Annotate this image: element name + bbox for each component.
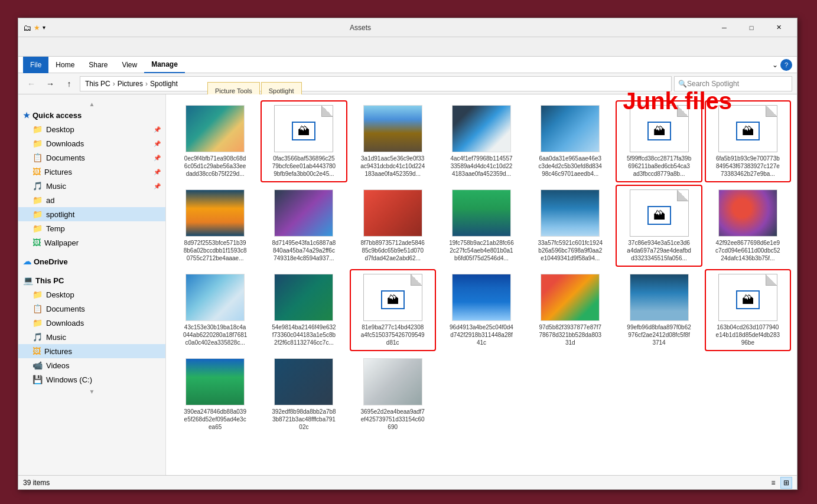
file-item[interactable]: 6aa0da31e965aae46e3c3de4d2c5b30efd8d8349…	[528, 102, 612, 181]
file-thumbnail	[452, 105, 511, 152]
file-item[interactable]: 4ac4f1ef79968b11455733589a4d4dc41c10d224…	[440, 102, 523, 181]
file-item[interactable]: 37c86e934e3a51ce3d6a4da697a729ae4deafbdd…	[617, 186, 701, 266]
path-pc[interactable]: This PC	[85, 80, 110, 88]
file-thumbnail	[718, 105, 777, 152]
sidebar-label-music: Music	[46, 182, 66, 191]
file-item[interactable]: 97d5b82f3937877e87f778678d321bb528da8033…	[528, 270, 612, 350]
file-thumbnail	[185, 274, 245, 321]
sidebar-scroll-up[interactable]: ▲	[18, 99, 165, 109]
file-name: 54e9814ba2146f49e632f73360c044183a1e5c8b…	[271, 323, 336, 346]
file-name: 0fac3566baf536896c2579bcfc6ee01ab4443780…	[271, 155, 336, 178]
file-thumbnail	[541, 189, 600, 237]
tab-manage[interactable]: Manage	[144, 57, 185, 73]
file-name: 43c153e30b19ba18c4a044ab6220280a18f7681c…	[183, 323, 248, 346]
file-item[interactable]: 54e9814ba2146f49e632f73360c044183a1e5c8b…	[262, 270, 346, 350]
file-thumbnail	[630, 274, 689, 321]
file-item[interactable]: 33a57fc5921c601fc1924b26a596bc7698a9f0aa…	[528, 186, 612, 266]
up-button[interactable]: ↑	[61, 76, 77, 92]
sidebar-item-pc-documents[interactable]: 📋 Documents	[18, 302, 165, 316]
sidebar-item-ad[interactable]: 📁 ad	[18, 193, 165, 207]
file-item[interactable]: 5f99ffcd38cc28717fa39b696211ba8ed6cb54ca…	[617, 102, 701, 181]
file-name: 163b04cd263d1077940e14b1d18d85def4db2839…	[715, 323, 780, 346]
sidebar-scroll-down[interactable]: ▼	[18, 387, 165, 396]
file-thumbnail	[363, 274, 422, 321]
sidebar-label-pc-desktop: Desktop	[46, 290, 74, 299]
search-input[interactable]	[687, 80, 788, 88]
tab-file-inner	[21, 40, 44, 56]
sidebar-item-downloads[interactable]: 📁 Downloads 📌	[18, 136, 165, 150]
sidebar-item-quick-access[interactable]: ★ Quick access	[18, 109, 165, 122]
file-item[interactable]: 96d4913a4be25c04f0d4d742f2918b311448a28f…	[440, 270, 523, 350]
file-item[interactable]: 8f7bb89735712ade584685c9b6dc65b9e51d070d…	[351, 186, 435, 266]
pc-icon: 💻	[23, 276, 33, 285]
tab-view[interactable]: View	[115, 57, 144, 73]
sidebar-label-pc-music: Music	[46, 333, 66, 342]
sidebar-item-wallpaper[interactable]: 🖼 Wallpaper	[18, 235, 165, 250]
sidebar-item-spotlight[interactable]: 📁 spotlight	[18, 207, 165, 221]
sidebar-item-pc-videos[interactable]: 📹 Videos	[18, 358, 165, 372]
file-item[interactable]: 99efb96d8bfaa897f0b62976cf2ae2412d08fc5f…	[617, 270, 701, 350]
address-path[interactable]: This PC › Pictures › Spotlight	[80, 76, 672, 91]
search-icon: 🔍	[678, 80, 687, 88]
file-name: 3a1d91aac5e36c9e0f33ac9431dcbdc41c10d224…	[360, 155, 425, 178]
file-item[interactable]: 81e9ba277c14bd42308a4fc5150375426709549d…	[351, 270, 435, 350]
file-thumbnail	[452, 274, 511, 321]
sidebar-item-pc-music[interactable]: 🎵 Music	[18, 330, 165, 344]
sidebar-label-pc-documents: Documents	[46, 305, 85, 313]
sidebar-header-thispc[interactable]: 💻 This PC	[18, 273, 165, 287]
tab-share[interactable]: Share	[82, 57, 115, 73]
file-item[interactable]: 19fc758b9ac21ab28fc662c27fc54aeb4e801b0a…	[440, 186, 523, 266]
file-name: 8d71495e43fa1c6887a8840aa45ba74a29a2ff6c…	[271, 239, 336, 262]
content-area: 0ec9f4bfb71ea908c68d6c05d1c29abe56a33eed…	[166, 94, 797, 475]
file-button[interactable]: File	[23, 57, 48, 73]
view-list-button[interactable]: ≡	[767, 477, 779, 489]
ribbon-expand-icon[interactable]: ⌄	[772, 61, 778, 69]
sidebar-item-pc-pictures[interactable]: 🖼 Pictures	[18, 344, 165, 358]
sidebar-item-documents[interactable]: 📋 Documents 📌	[18, 150, 165, 165]
file-item[interactable]: 3695e2d2ea4beaa9adf7ef425739751d33154c60…	[351, 355, 435, 434]
sidebar-item-desktop[interactable]: 📁 Desktop 📌	[18, 122, 165, 136]
minimize-button[interactable]: ─	[711, 18, 738, 37]
file-item[interactable]: 42f92ee8677698d6e1e9c7cd094e6611d00dbc52…	[706, 186, 790, 266]
file-item[interactable]: 163b04cd263d1077940e14b1d18d85def4db2839…	[706, 270, 790, 350]
doc-image-icon	[292, 122, 315, 140]
close-button[interactable]: ✕	[765, 18, 792, 37]
forward-button[interactable]: →	[42, 76, 58, 92]
sidebar-label-temp: Temp	[46, 224, 65, 233]
sidebar-label-pc-pictures: Pictures	[44, 347, 72, 356]
back-button[interactable]: ←	[23, 76, 40, 92]
path-pictures[interactable]: Pictures	[118, 80, 143, 88]
path-spotlight[interactable]: Spotlight	[150, 80, 178, 88]
sidebar-item-temp[interactable]: 📁 Temp	[18, 221, 165, 235]
search-box[interactable]: 🔍	[674, 76, 792, 91]
view-grid-button[interactable]: ⊞	[780, 477, 792, 489]
sidebar-item-pc-downloads[interactable]: 📁 Downloads	[18, 316, 165, 330]
maximize-button[interactable]: □	[738, 18, 765, 37]
file-item[interactable]: 8d972f2553bfce571b398b6a02bccdbb1f1593c8…	[173, 186, 257, 266]
tab-home[interactable]: Home	[48, 57, 82, 73]
help-icon[interactable]: ?	[780, 59, 792, 71]
sidebar-item-windows-c[interactable]: 💾 Windows (C:)	[18, 372, 165, 387]
file-name: 37c86e934e3a51ce3d6a4da697a729ae4deafbdd…	[627, 239, 692, 262]
sidebar-label-windows-c: Windows (C:)	[46, 375, 92, 384]
sidebar-item-pictures[interactable]: 🖼 Pictures 📌	[18, 165, 165, 179]
status-count: 39 items	[23, 479, 50, 487]
file-item[interactable]: 390ea247846db88a039e5f268d52ef095ad4e3ce…	[173, 355, 257, 434]
sidebar-label-documents: Documents	[46, 153, 85, 162]
sidebar-label-ad: ad	[46, 196, 54, 205]
file-item[interactable]: 6fa5b91b93c9e700773b849543f67383927c127e…	[706, 102, 790, 181]
cloud-icon: ☁	[23, 257, 31, 266]
file-name: 8d972f2553bfce571b398b6a02bccdbb1f1593c8…	[183, 239, 248, 262]
folder-icon-downloads: 📁	[32, 139, 43, 148]
sidebar-item-music[interactable]: 🎵 Music 📌	[18, 179, 165, 193]
window-controls: ─ □ ✕	[711, 18, 792, 37]
file-item[interactable]: 392edf8b98da8bb2a7b83b8721b3ac48fffcba79…	[262, 355, 346, 434]
sidebar-header-onedrive[interactable]: ☁ OneDrive	[18, 254, 165, 269]
file-item[interactable]: 8d71495e43fa1c6887a8840aa45ba74a29a2ff6c…	[262, 186, 346, 266]
file-item[interactable]: 43c153e30b19ba18c4a044ab6220280a18f7681c…	[173, 270, 257, 350]
status-bar: 39 items ≡ ⊞	[18, 475, 797, 489]
sidebar-item-pc-desktop[interactable]: 📁 Desktop	[18, 287, 165, 302]
file-item[interactable]: 0fac3566baf536896c2579bcfc6ee01ab4443780…	[262, 102, 346, 181]
file-item[interactable]: 0ec9f4bfb71ea908c68d6c05d1c29abe56a33eed…	[173, 102, 257, 181]
file-item[interactable]: 3a1d91aac5e36c9e0f33ac9431dcbdc41c10d224…	[351, 102, 435, 181]
